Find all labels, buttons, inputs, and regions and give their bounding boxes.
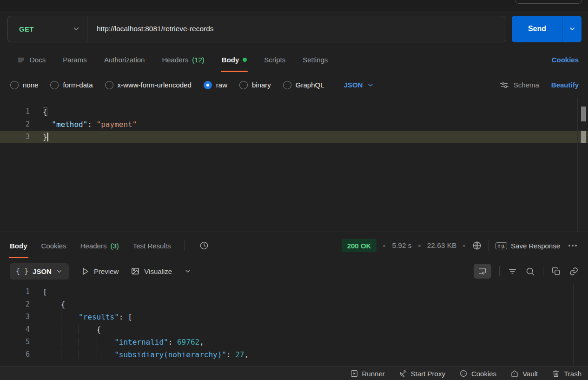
url-input[interactable]: http://localhost:8081/retrieve-records (97, 25, 214, 33)
divider (543, 266, 543, 276)
radio-selected-icon[interactable] (204, 81, 212, 89)
request-url-row: GET http://localhost:8081/retrieve-recor… (0, 11, 588, 47)
tab-label: Docs (30, 56, 46, 64)
response-tab-cookies[interactable]: Cookies (41, 232, 66, 259)
radio-none[interactable]: none (10, 81, 38, 89)
code-line[interactable]: 4 { (0, 323, 588, 336)
radio-label: x-www-form-urlencoded (118, 81, 192, 89)
copy-button[interactable] (551, 267, 561, 276)
radio-binary[interactable]: binary (239, 81, 271, 89)
vault-button[interactable]: Vault (510, 369, 538, 378)
radio-form-data[interactable]: form-data (50, 81, 92, 89)
raw-format-dropdown[interactable]: JSON (344, 81, 375, 89)
response-tab-headers[interactable]: Headers (3) (80, 232, 119, 259)
visualize-label: Visualize (144, 267, 172, 275)
schema-button[interactable]: Schema (499, 80, 539, 90)
tab-scripts[interactable]: Scripts (264, 47, 285, 73)
divider (87, 16, 87, 42)
tab-label: Cookies (41, 242, 66, 250)
code-content: "internalid": 69762, (30, 336, 204, 348)
copy-icon (551, 267, 561, 276)
code-line[interactable]: 1[ (0, 286, 588, 298)
code-content: { (30, 298, 65, 311)
code-content: { (30, 323, 101, 336)
method-dropdown[interactable]: GET (8, 16, 87, 42)
tab-label: Body (10, 242, 27, 250)
send-button-label[interactable]: Send (512, 16, 562, 42)
raw-format-label: JSON (344, 81, 363, 89)
response-size[interactable]: 22.63 KB (427, 241, 457, 250)
send-button[interactable]: Send (512, 16, 581, 42)
tab-headers[interactable]: Headers (12) (162, 47, 204, 73)
status-badge[interactable]: 200 OK (342, 239, 377, 252)
scrollbar-cursor-marker (581, 131, 586, 143)
start-proxy-button[interactable]: Start Proxy (399, 369, 445, 378)
response-history-button[interactable] (199, 240, 209, 251)
chevron-down-icon (568, 25, 576, 33)
tab-body[interactable]: Body (222, 47, 247, 73)
more-options-button[interactable] (567, 243, 579, 248)
partial-cropped-element (515, 0, 582, 4)
radio-icon[interactable] (10, 81, 19, 89)
filter-button[interactable] (508, 267, 517, 276)
link-button[interactable] (569, 267, 579, 276)
code-line[interactable]: 6 "subsidiary(nohierarchy)": 27, (0, 348, 588, 361)
runner-button[interactable]: Runner (350, 369, 385, 378)
response-section: Body Cookies Headers (3) Test Results 20… (0, 232, 588, 366)
radio-icon[interactable] (50, 81, 59, 89)
status-bar: Runner Start Proxy Cookies Vault Trash (0, 366, 588, 380)
code-line[interactable]: 1{ (0, 106, 588, 118)
response-time[interactable]: 5.92 s (392, 241, 411, 250)
globe-icon (472, 240, 482, 251)
scrollbar-track (573, 283, 574, 366)
save-response-button[interactable]: e.g. Save Response (496, 242, 560, 250)
line-number: 3 (0, 311, 30, 323)
tab-docs[interactable]: Docs (17, 47, 46, 73)
dot-separator (383, 245, 385, 247)
filter-icon (508, 267, 517, 276)
divider (499, 266, 500, 276)
radio-raw[interactable]: raw (204, 81, 227, 89)
radio-x-www-form-urlencoded[interactable]: x-www-form-urlencoded (105, 81, 192, 89)
beautify-button[interactable]: Beautify (551, 81, 579, 89)
line-number: 5 (0, 336, 30, 348)
radio-label: none (23, 81, 38, 89)
request-body-editor[interactable]: 1{2 "method": "payment"3} (0, 97, 588, 232)
network-info-button[interactable] (472, 240, 482, 251)
code-content: "method": "payment" (30, 118, 137, 131)
satellite-icon (399, 369, 407, 378)
radio-icon[interactable] (283, 81, 291, 89)
response-tab-test-results[interactable]: Test Results (133, 232, 171, 259)
preview-button[interactable]: Preview (81, 267, 119, 276)
radio-label: raw (216, 81, 227, 89)
cookies-link[interactable]: Cookies (552, 56, 579, 64)
scrollbar-thumb[interactable] (581, 107, 586, 121)
response-body-editor[interactable]: 1[2 {3 "results": [4 {5 "internalid": 69… (0, 283, 588, 366)
search-button[interactable] (525, 267, 535, 276)
more-views-dropdown[interactable] (184, 267, 192, 275)
radio-graphql[interactable]: GraphQL (283, 81, 324, 89)
code-line[interactable]: 5 "internalid": 69762, (0, 336, 588, 348)
tab-settings[interactable]: Settings (303, 47, 328, 73)
tab-authorization[interactable]: Authorization (104, 47, 145, 73)
code-line[interactable]: 2 { (0, 298, 588, 311)
cookies-button[interactable]: Cookies (459, 369, 496, 378)
code-line[interactable]: 3 "results": [ (0, 311, 588, 323)
radio-icon[interactable] (239, 81, 248, 89)
postman-app: GET http://localhost:8081/retrieve-recor… (0, 0, 588, 380)
dot-separator (463, 245, 465, 247)
wrap-text-button[interactable] (474, 264, 491, 279)
code-line[interactable]: 3} (0, 131, 588, 143)
code-line[interactable]: 2 "method": "payment" (0, 118, 588, 131)
response-tab-body[interactable]: Body (10, 232, 27, 259)
response-format-dropdown[interactable]: { } JSON (10, 263, 69, 280)
tab-params[interactable]: Params (63, 47, 87, 73)
response-tabs: Body Cookies Headers (3) Test Results 20… (0, 232, 588, 259)
send-options-button[interactable] (563, 16, 581, 42)
visualize-button[interactable]: Visualize (131, 267, 172, 276)
trash-label: Trash (564, 370, 581, 378)
radio-icon[interactable] (105, 81, 113, 89)
trash-button[interactable]: Trash (552, 369, 581, 378)
code-content: } (30, 131, 48, 143)
scrollbar-track (577, 97, 578, 232)
